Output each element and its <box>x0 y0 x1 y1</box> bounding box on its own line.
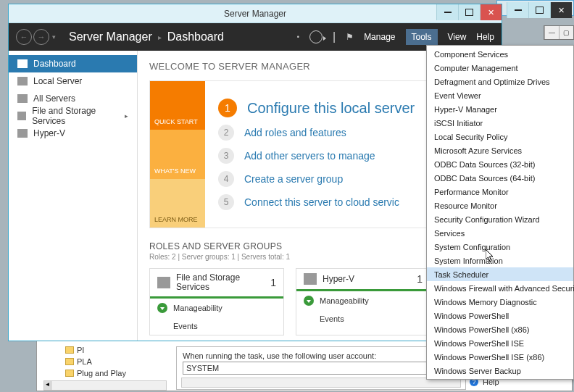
sidebar-item-local-server[interactable]: Local Server <box>9 72 137 90</box>
background-window-controls-2: — ▢ <box>544 25 574 40</box>
status-ok-icon <box>304 296 314 306</box>
storage-icon <box>157 277 170 288</box>
header-actions: • | ⚑ Manage Tools View Help <box>297 29 494 45</box>
hyperv-icon <box>17 129 28 138</box>
bg2-maximize[interactable]: ▢ <box>559 26 573 39</box>
sidebar-item-all-servers[interactable]: All Servers <box>9 90 137 107</box>
bg-maximize-button[interactable] <box>528 2 550 18</box>
tab-whats-new[interactable]: WHAT'S NEW <box>150 130 205 178</box>
tools-menu-item[interactable]: Event Viewer <box>427 88 573 102</box>
status-ok-icon <box>157 303 167 313</box>
tools-menu-item[interactable]: Windows PowerShell ISE <box>427 336 573 350</box>
tools-menu-item[interactable]: Windows Server Backup <box>427 364 573 378</box>
tools-menu-item[interactable]: Windows PowerShell (x86) <box>427 322 573 336</box>
step-number: 5 <box>218 194 234 210</box>
menu-manage[interactable]: Manage <box>364 32 395 42</box>
tools-menu-item[interactable]: Microsoft Azure Services <box>427 143 573 157</box>
nav-buttons: ← → ▾ <box>16 29 56 45</box>
menu-help[interactable]: Help <box>476 32 494 42</box>
tools-menu-item[interactable]: ODBC Data Sources (64-bit) <box>427 171 573 185</box>
tab-quick-start[interactable]: QUICK START <box>150 81 205 130</box>
chevron-right-icon: ▸ <box>158 33 162 41</box>
sidebar: Dashboard Local Server All Servers File … <box>9 51 138 341</box>
tools-menu-item[interactable]: Windows Firewall with Advanced Security <box>427 281 573 295</box>
step-number: 1 <box>218 99 237 117</box>
minimize-button[interactable] <box>436 4 458 20</box>
sidebar-label: File and Storage Services <box>32 106 119 126</box>
tree-item[interactable]: PI <box>65 344 167 356</box>
tile-count: 1 <box>417 273 423 285</box>
tools-menu-item[interactable]: Component Services <box>427 47 573 61</box>
bg2-minimize[interactable]: — <box>544 26 559 39</box>
step-label: Add roles and features <box>244 127 346 138</box>
tools-menu-item[interactable]: Security Configuration Wizard <box>427 212 573 226</box>
refresh-icon[interactable] <box>309 30 323 43</box>
bg-minimize-button[interactable] <box>507 2 528 18</box>
sidebar-item-dashboard[interactable]: Dashboard <box>9 55 137 72</box>
background-scrollbar[interactable]: ◄ <box>43 380 167 391</box>
tile-file-storage[interactable]: File and Storage Services 1 Manageabilit… <box>149 268 284 335</box>
tree-item[interactable]: PLA <box>65 356 167 367</box>
tools-menu-item[interactable]: Windows PowerShell ISE (x86) <box>427 350 573 364</box>
tile-row-events[interactable]: Events <box>150 317 283 335</box>
tools-menu-item[interactable]: ODBC Data Sources (32-bit) <box>427 157 573 171</box>
sidebar-item-hyperv[interactable]: Hyper-V <box>9 125 137 142</box>
step-number: 4 <box>218 171 234 187</box>
separator: | <box>333 30 336 43</box>
sidebar-label: Local Server <box>33 76 82 86</box>
tools-menu-item[interactable]: Services <box>427 226 573 240</box>
tools-menu-item[interactable]: Local Security Policy <box>427 130 573 143</box>
servers-icon <box>17 94 28 103</box>
background-tree: PI PLA Plug and Play <box>65 344 167 379</box>
welcome-side-tabs: QUICK START WHAT'S NEW LEARN MORE <box>150 81 205 228</box>
back-button[interactable]: ← <box>16 29 32 45</box>
tile-name: Hyper-V <box>323 275 411 284</box>
tree-item[interactable]: Plug and Play <box>65 367 167 379</box>
tools-dropdown-menu: Component ServicesComputer ManagementDef… <box>426 45 574 380</box>
menu-tools[interactable]: Tools <box>406 29 438 45</box>
storage-icon <box>17 112 26 120</box>
flag-icon[interactable]: ⚑ <box>346 32 354 42</box>
window-title: Server Manager <box>9 9 502 19</box>
tools-menu-item[interactable]: Performance Monitor <box>427 185 573 199</box>
tile-hyperv[interactable]: Hyper-V 1 Manageability Events <box>296 268 430 335</box>
step-label: Add other servers to manage <box>244 150 375 162</box>
background-window-titlebar <box>496 0 574 16</box>
tools-menu-item[interactable]: System Information <box>427 254 573 267</box>
menu-view[interactable]: View <box>448 32 467 42</box>
dashboard-icon <box>17 59 28 68</box>
tools-menu-item[interactable]: Windows PowerShell <box>427 309 573 322</box>
breadcrumb-root[interactable]: Server Manager <box>69 30 152 43</box>
step-number: 3 <box>218 148 234 164</box>
task-user-panel: When running the task, use the following… <box>176 346 466 390</box>
title-bar[interactable]: Server Manager <box>9 4 502 23</box>
tile-row-events[interactable]: Events <box>296 310 430 328</box>
tools-menu-item[interactable]: Hyper-V Manager <box>427 102 573 116</box>
sidebar-item-file-storage[interactable]: File and Storage Services ▸ <box>9 107 137 125</box>
step-label: Connect this server to cloud servic <box>244 196 399 208</box>
bg-close-button[interactable] <box>550 2 572 18</box>
tools-menu-item[interactable]: iSCSI Initiator <box>427 116 573 130</box>
tools-menu-item[interactable]: Task Scheduler <box>427 267 573 281</box>
breadcrumb-page[interactable]: Dashboard <box>167 30 224 43</box>
tools-menu-item[interactable]: Windows Memory Diagnostic <box>427 295 573 309</box>
server-icon <box>17 77 28 86</box>
tools-menu-item[interactable]: Defragment and Optimize Drives <box>427 75 573 88</box>
maximize-button[interactable] <box>458 4 480 20</box>
task-user-value: SYSTEM <box>186 364 219 372</box>
nav-dropdown-icon[interactable]: ▾ <box>52 33 56 41</box>
breadcrumb: Server Manager ▸ Dashboard <box>69 30 224 43</box>
sidebar-label: All Servers <box>33 93 75 104</box>
tile-row-manageability[interactable]: Manageability <box>296 291 430 310</box>
tools-menu-item[interactable]: Computer Management <box>427 61 573 75</box>
tile-count: 1 <box>270 277 276 288</box>
folder-icon <box>65 346 74 354</box>
tools-menu-item[interactable]: System Configuration <box>427 240 573 254</box>
tools-menu-item[interactable]: Resource Monitor <box>427 199 573 212</box>
task-user-field[interactable]: SYSTEM ▾ <box>183 362 459 375</box>
close-button[interactable] <box>480 4 502 20</box>
task-panel-scrollbar[interactable] <box>181 378 461 388</box>
forward-button[interactable]: → <box>33 29 49 45</box>
tile-row-manageability[interactable]: Manageability <box>150 299 283 317</box>
tab-learn-more[interactable]: LEARN MORE <box>150 179 205 228</box>
